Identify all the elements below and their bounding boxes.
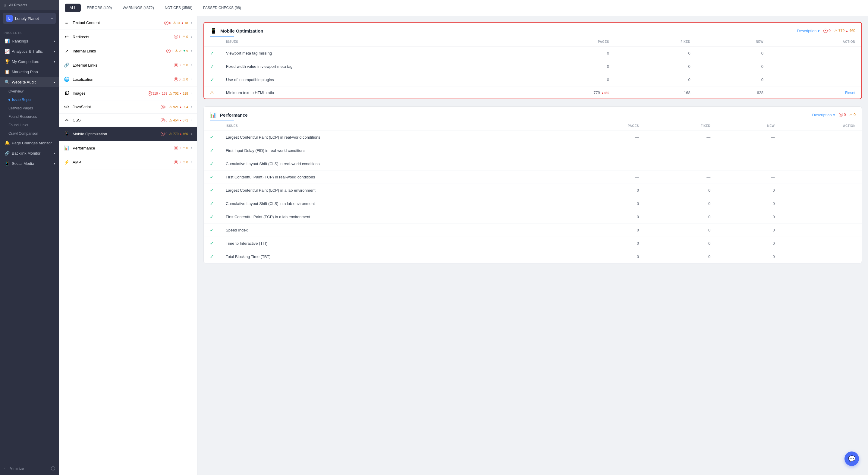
reset-button[interactable]: Reset (845, 90, 855, 95)
sidebar-item-rankings[interactable]: 📊 Rankings ▾ (0, 36, 59, 46)
css-icon: <> (64, 118, 70, 122)
check-icon: ✓ (210, 51, 214, 56)
row-label: First Contentful Paint (FCP) in a lab en… (220, 210, 569, 224)
issue-row-javascript[interactable]: </> JavaScript ✕ 0 ⚠ 921 ▲554 › (59, 100, 197, 114)
issue-badges: ✕ 0 ⚠ 0 (174, 146, 188, 150)
table-row: ✓Cumulative Layout Shift (CLS) in real-w… (204, 157, 862, 170)
sidebar-sub-item-found-links[interactable]: Found Links (0, 121, 59, 129)
help-icon: ⓘ (51, 466, 55, 471)
filter-all[interactable]: ALL (65, 4, 81, 12)
row-action (781, 170, 862, 184)
row-icon: ✓ (204, 157, 220, 170)
card-warning-count: ⚠ 0 (849, 113, 856, 117)
issue-row-mobile-optimization[interactable]: 📱 Mobile Optimization ✕ 0 ⚠ 779 ▲460 › (59, 127, 197, 141)
issue-row-redirects[interactable]: ↩ Redirects ✕ 1 ⚠ 0 › (59, 30, 197, 44)
marketing-icon: 📋 (4, 69, 9, 74)
issue-categories-panel: ≡ Textual Content ✕ 0 ⚠ 31 ▲18 › ↩ Redir… (59, 16, 197, 475)
backlink-icon: 🔗 (4, 151, 9, 156)
performance-description-button[interactable]: Description ▾ (812, 113, 835, 117)
error-badge: ✕ 1 (166, 49, 173, 53)
sidebar-item-marketing[interactable]: 📋 Marketing Plan (0, 67, 59, 77)
row-new: — (716, 170, 781, 184)
sub-item-label: Overview (8, 89, 24, 93)
sidebar-sub-item-found-resources[interactable]: Found Resources (0, 113, 59, 121)
issue-title: Images (73, 91, 145, 96)
issue-row-internal-links[interactable]: ↗ Internal Links ✕ 1 ⚠ 25 ▼9 › (59, 44, 197, 58)
filter-passed[interactable]: PASSED CHECKS (98) (198, 4, 246, 12)
row-action (781, 250, 862, 263)
issue-badges: ✕ 0 ⚠ 921 ▲554 (161, 105, 188, 109)
row-action (781, 210, 862, 224)
row-pages: 0 (569, 237, 645, 250)
filter-warnings[interactable]: WARNINGS (4872) (118, 4, 159, 12)
sidebar-item-backlink[interactable]: 🔗 Backlink Monitor ▾ (0, 148, 59, 158)
sidebar-sub-item-crawled-pages[interactable]: Crawled Pages (0, 104, 59, 113)
warning-badge: ⚠ 31 ▲18 (173, 21, 188, 25)
issue-row-external-links[interactable]: 🔗 External Links ✕ 0 ⚠ 0 › (59, 58, 197, 72)
row-action (781, 131, 862, 144)
sidebar-all-projects[interactable]: ⊞ All Projects (0, 0, 59, 10)
issue-row-css[interactable]: <> CSS ✕ 0 ⚠ 454 ▲371 › (59, 114, 197, 127)
row-action: Reset (770, 87, 861, 99)
project-selector[interactable]: L Lonely Planet ▾ (3, 13, 56, 24)
row-pages: 0 (569, 250, 645, 263)
row-fixed: 0 (615, 47, 696, 60)
sidebar-sub-item-issue-report[interactable]: Issue Report (0, 96, 59, 104)
issue-badges: ✕ 1 ⚠ 25 ▼9 (166, 49, 188, 53)
issue-title: External Links (73, 63, 171, 67)
minimize-button[interactable]: ← Minimize ⓘ (0, 462, 59, 475)
audit-icon: 🔍 (4, 80, 9, 85)
issue-title: Mobile Optimization (73, 132, 158, 136)
filter-notices[interactable]: NOTICES (3568) (160, 4, 197, 12)
chat-button[interactable]: 💬 (844, 451, 859, 466)
chevron-down-icon: ▾ (833, 113, 835, 117)
mobile-optimization-card: 📱 Mobile Optimization Description ▾ ✕ 0 … (204, 22, 862, 99)
sidebar-item-competitors[interactable]: 🏆 My Competitors ▾ (0, 56, 59, 67)
mobile-description-button[interactable]: Description ▾ (797, 29, 820, 33)
warn-icon: ⚠ (182, 77, 186, 82)
issue-row-localization[interactable]: 🌐 Localization ✕ 0 ⚠ 0 › (59, 72, 197, 87)
row-action (781, 157, 862, 170)
check-icon: ✓ (210, 77, 214, 82)
error-icon: ✕ (166, 49, 170, 53)
images-icon: 🖼 (64, 91, 70, 96)
row-fixed: 0 (645, 237, 716, 250)
issue-row-textual-content[interactable]: ≡ Textual Content ✕ 0 ⚠ 31 ▲18 › (59, 16, 197, 30)
warning-badge: ⚠ 779 ▲460 (169, 132, 188, 136)
sidebar-item-analytics[interactable]: 📈 Analytics & Traffic ▾ (0, 46, 59, 56)
issue-badges: ✕ 0 ⚠ 454 ▲371 (161, 118, 188, 122)
row-icon: ✓ (204, 197, 220, 210)
th-issues: ISSUES (220, 121, 569, 131)
sidebar-sub-item-crawl-comparison[interactable]: Crawl Comparison (0, 129, 59, 138)
th-fixed: FIXED (615, 37, 696, 47)
issue-row-performance[interactable]: 📊 Performance ✕ 0 ⚠ 0 › (59, 141, 197, 155)
check-icon: ✓ (210, 188, 214, 193)
filter-errors[interactable]: ERRORS (409) (82, 4, 117, 12)
row-pages: — (569, 144, 645, 157)
sidebar-item-website-audit[interactable]: 🔍 Website Audit ▴ (0, 77, 59, 87)
error-icon: ✕ (164, 21, 168, 25)
mobile-card-counts: ✕ 0 ⚠ 779 ▲ 460 (824, 29, 855, 33)
issue-row-images[interactable]: 🖼 Images ✕ 319 ▲139 ⚠ 702 ▲518 › (59, 87, 197, 100)
issue-badges: ✕ 0 ⚠ 779 ▲460 (161, 132, 188, 136)
row-pages: 0 (569, 197, 645, 210)
issue-row-amp[interactable]: ⚡ AMP ✕ 0 ⚠ 0 › (59, 155, 197, 169)
row-label: Speed Index (220, 224, 569, 237)
sub-item-label: Crawled Pages (8, 106, 33, 110)
sidebar-sub-item-overview[interactable]: Overview (0, 87, 59, 96)
table-row: ✓Largest Contentful Paint (LCP) in a lab… (204, 184, 862, 197)
grid-icon: ⊞ (4, 3, 7, 7)
mobile-card-icon: 📱 (210, 27, 217, 34)
check-icon: ✓ (210, 64, 214, 69)
warn-icon: ⚠ (169, 132, 173, 136)
sidebar-item-page-changes[interactable]: 🔔 Page Changes Monitor (0, 138, 59, 148)
performance-icon: 📊 (64, 145, 70, 151)
warning-badge: ⚠ 0 (182, 77, 188, 82)
table-row: ✓Time to Interactive (TTI)000 (204, 237, 862, 250)
check-icon: ✓ (210, 135, 214, 140)
project-icon: L (6, 15, 13, 22)
sidebar-item-social[interactable]: 📱 Social Media ▾ (0, 158, 59, 168)
sidebar-item-label: Website Audit (12, 80, 36, 85)
row-action (770, 47, 861, 60)
row-icon: ✓ (204, 184, 220, 197)
